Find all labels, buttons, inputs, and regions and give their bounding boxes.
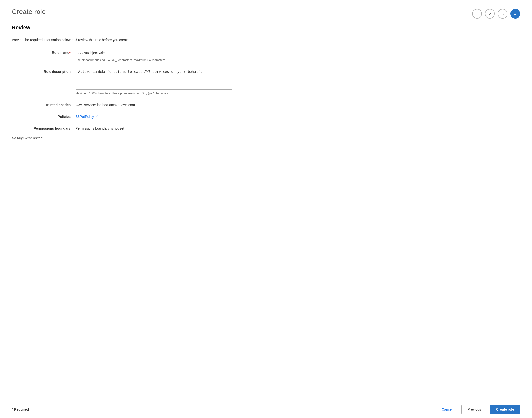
policies-field: S3PutPolicy xyxy=(76,113,232,119)
cancel-button[interactable]: Cancel xyxy=(436,405,459,414)
no-tags-text: No tags were added. xyxy=(12,136,520,140)
footer-buttons: Cancel Previous Create role xyxy=(436,405,520,414)
previous-button[interactable]: Previous xyxy=(461,405,487,414)
trusted-entities-field: AWS service: lambda.amazonaws.com xyxy=(76,101,232,107)
footer-required-label: * Required xyxy=(12,407,29,411)
step-1: 1 xyxy=(472,9,482,19)
permissions-boundary-label: Permissions boundary xyxy=(12,124,76,130)
permissions-boundary-value: Permissions boundary is not set xyxy=(76,124,232,130)
section-description: Provide the required information below a… xyxy=(12,38,520,42)
role-name-field: Use alphanumeric and '+=,.@-_' character… xyxy=(76,49,232,62)
page-title: Create role xyxy=(12,8,46,16)
permissions-boundary-row: Permissions boundary Permissions boundar… xyxy=(12,124,520,130)
trusted-entities-row: Trusted entities AWS service: lambda.ama… xyxy=(12,101,520,107)
section-title: Review xyxy=(12,25,520,31)
role-description-label: Role description xyxy=(12,68,76,74)
step-2: 2 xyxy=(485,9,495,19)
footer: * Required Cancel Previous Create role xyxy=(0,401,532,418)
policy-link[interactable]: S3PutPolicy xyxy=(76,113,98,119)
create-role-button[interactable]: Create role xyxy=(490,405,520,414)
step-4-active: 4 xyxy=(510,9,520,19)
step-indicators: 1 2 3 4 xyxy=(472,9,520,19)
step-3: 3 xyxy=(498,9,507,19)
permissions-boundary-field: Permissions boundary is not set xyxy=(76,124,232,130)
role-description-row: Role description Maximum 1000 characters… xyxy=(12,68,520,95)
role-name-hint: Use alphanumeric and '+=,.@-_' character… xyxy=(76,58,232,62)
role-description-field: Maximum 1000 characters. Use alphanumeri… xyxy=(76,68,232,95)
trusted-entities-label: Trusted entities xyxy=(12,101,76,107)
required-star: * xyxy=(69,51,71,55)
role-description-textarea[interactable] xyxy=(76,68,232,90)
role-name-input[interactable] xyxy=(76,49,232,57)
policy-link-text: S3PutPolicy xyxy=(76,115,94,119)
section-divider xyxy=(12,33,520,33)
role-name-label: Role name* xyxy=(12,49,76,55)
trusted-entities-value: AWS service: lambda.amazonaws.com xyxy=(76,101,232,107)
role-description-hint: Maximum 1000 characters. Use alphanumeri… xyxy=(76,92,232,95)
role-name-row: Role name* Use alphanumeric and '+=,.@-_… xyxy=(12,49,520,62)
policies-row: Policies S3PutPolicy xyxy=(12,113,520,119)
external-link-icon xyxy=(95,115,98,118)
policies-label: Policies xyxy=(12,113,76,119)
